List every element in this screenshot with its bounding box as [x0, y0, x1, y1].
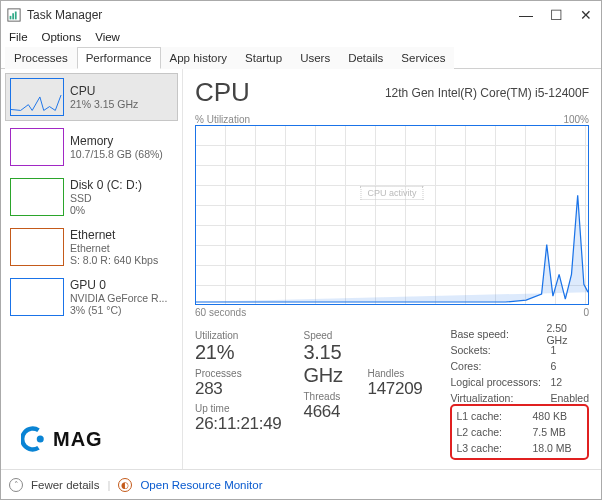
menu-file[interactable]: File [9, 31, 28, 43]
cache-val: 7.5 MB [532, 426, 567, 438]
memory-thumb-icon [10, 128, 64, 166]
sidebar-item-label: Disk 0 (C: D:) [70, 178, 142, 192]
minimize-button[interactable]: — [517, 7, 535, 23]
stats-area: Utilization 21% Processes 283 Up time 26… [195, 326, 589, 460]
speed-label: Speed [304, 330, 346, 341]
handles-value: 147209 [368, 379, 423, 399]
menu-options[interactable]: Options [42, 31, 82, 43]
window-title: Task Manager [27, 8, 517, 22]
cpu-chart[interactable]: CPU activity [195, 125, 589, 305]
svg-point-4 [37, 436, 44, 443]
tabs: Processes Performance App history Startu… [1, 46, 601, 69]
sidebar-item-label: CPU [70, 84, 138, 98]
spacer [368, 341, 423, 364]
page-title: CPU [195, 77, 250, 108]
ethernet-thumb-icon [10, 228, 64, 266]
app-icon [7, 8, 21, 22]
maximize-button[interactable]: ☐ [547, 7, 565, 23]
footer: ˄ Fewer details | ◐ Open Resource Monito… [1, 469, 601, 499]
sidebar-item-label: Memory [70, 134, 163, 148]
sidebar-item-disk[interactable]: Disk 0 (C: D:) SSD 0% [5, 173, 178, 221]
sidebar-item-sub: SSD 0% [70, 192, 142, 216]
sidebar-item-memory[interactable]: Memory 10.7/15.8 GB (68%) [5, 123, 178, 171]
sidebar-item-sub: NVIDIA GeForce R... 3% (51 °C) [70, 292, 167, 316]
chart-label-topright: 100% [563, 114, 589, 125]
sidebar-item-sub: 10.7/15.8 GB (68%) [70, 148, 163, 160]
task-manager-window: Task Manager — ☐ ✕ File Options View Pro… [0, 0, 602, 500]
close-button[interactable]: ✕ [577, 7, 595, 23]
cache-val: 18.0 MB [532, 442, 573, 454]
open-resource-monitor-link[interactable]: Open Resource Monitor [140, 479, 262, 491]
prop-key: Logical processors: [450, 376, 550, 388]
sidebar-item-label: GPU 0 [70, 278, 167, 292]
cache-key: L3 cache: [454, 442, 532, 454]
threads-label: Threads [304, 391, 346, 402]
prop-key: Virtualization: [450, 392, 550, 404]
sidebar-item-label: Ethernet [70, 228, 158, 242]
prop-key: Cores: [450, 360, 550, 372]
cache-key: L2 cache: [454, 426, 532, 438]
cache-highlight: L1 cache:480 KB L2 cache:7.5 MB L3 cache… [450, 404, 589, 460]
menu-view[interactable]: View [95, 31, 120, 43]
sidebar: CPU 21% 3.15 GHz Memory 10.7/15.8 GB (68… [1, 69, 183, 469]
prop-val: 12 [550, 376, 562, 388]
svg-rect-1 [10, 16, 12, 20]
uptime-label: Up time [195, 403, 282, 414]
menubar: File Options View [1, 29, 601, 46]
titlebar: Task Manager — ☐ ✕ [1, 1, 601, 29]
handles-label [368, 330, 423, 341]
prop-val: 1 [550, 344, 556, 356]
logo-icon [21, 425, 49, 453]
tab-processes[interactable]: Processes [5, 47, 77, 69]
svg-rect-3 [15, 12, 17, 20]
prop-key: Base speed: [450, 328, 546, 340]
chevron-up-icon[interactable]: ˄ [9, 478, 23, 492]
cpu-properties: Base speed:2.50 GHz Sockets:1 Cores:6 Lo… [450, 326, 589, 460]
main-panel: CPU 12th Gen Intel(R) Core(TM) i5-12400F… [183, 69, 601, 469]
tab-details[interactable]: Details [339, 47, 392, 69]
chart-label-botleft: 60 seconds [195, 307, 246, 318]
utilization-value: 21% [195, 341, 282, 364]
tab-services[interactable]: Services [392, 47, 454, 69]
resource-monitor-icon: ◐ [118, 478, 132, 492]
chart-label-botright: 0 [583, 307, 589, 318]
tab-performance[interactable]: Performance [77, 47, 161, 69]
utilization-label: Utilization [195, 330, 282, 341]
handles-label: Handles [368, 368, 423, 379]
fewer-details-link[interactable]: Fewer details [31, 479, 99, 491]
svg-rect-2 [12, 13, 14, 19]
prop-val: Enabled [550, 392, 589, 404]
cpu-model: 12th Gen Intel(R) Core(TM) i5-12400F [385, 86, 589, 100]
cpu-thumb-icon [10, 78, 64, 116]
watermark: MAG [21, 425, 103, 453]
tab-app-history[interactable]: App history [161, 47, 237, 69]
processes-value: 283 [195, 379, 282, 399]
speed-value: 3.15 GHz [304, 341, 346, 387]
prop-val: 6 [550, 360, 556, 372]
sidebar-item-ethernet[interactable]: Ethernet Ethernet S: 8.0 R: 640 Kbps [5, 223, 178, 271]
uptime-value: 26:11:21:49 [195, 414, 282, 434]
prop-key: Sockets: [450, 344, 550, 356]
cache-val: 480 KB [532, 410, 568, 422]
cache-key: L1 cache: [454, 410, 532, 422]
sidebar-item-sub: Ethernet S: 8.0 R: 640 Kbps [70, 242, 158, 266]
threads-value: 4664 [304, 402, 346, 422]
chart-label-topleft: % Utilization [195, 114, 250, 125]
tab-startup[interactable]: Startup [236, 47, 291, 69]
disk-thumb-icon [10, 178, 64, 216]
gpu-thumb-icon [10, 278, 64, 316]
sidebar-item-cpu[interactable]: CPU 21% 3.15 GHz [5, 73, 178, 121]
tab-users[interactable]: Users [291, 47, 339, 69]
sidebar-item-gpu[interactable]: GPU 0 NVIDIA GeForce R... 3% (51 °C) [5, 273, 178, 321]
processes-label: Processes [195, 368, 282, 379]
watermark-text: MAG [53, 428, 103, 451]
sidebar-item-sub: 21% 3.15 GHz [70, 98, 138, 110]
